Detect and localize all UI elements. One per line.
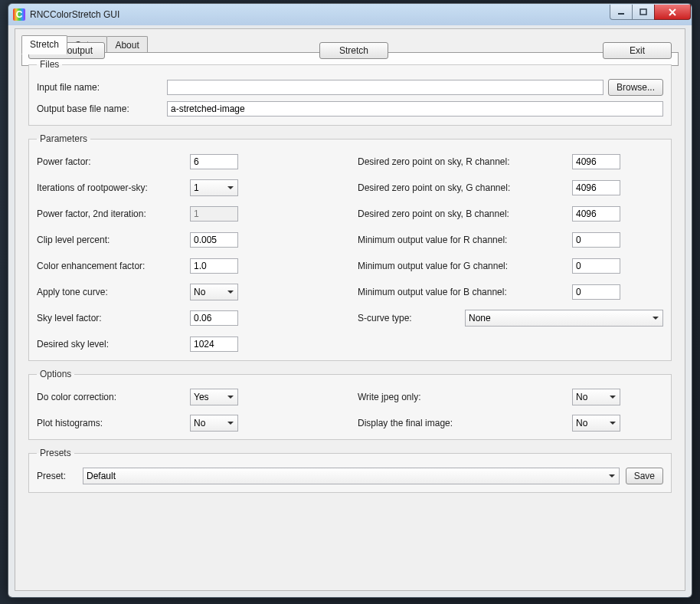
browse-button[interactable]: Browse... — [608, 79, 663, 96]
exit-button[interactable]: Exit — [603, 42, 672, 59]
min-g-field[interactable] — [572, 258, 620, 274]
minimize-icon — [617, 8, 625, 16]
app-icon: C — [13, 8, 25, 21]
input-file-label: Input file name: — [37, 82, 167, 93]
zero-g-field[interactable] — [572, 180, 620, 195]
min-g-label: Minimum output value for G channel: — [358, 261, 572, 271]
min-b-field[interactable] — [572, 284, 620, 300]
display-label: Display the final image: — [358, 418, 572, 428]
power-factor-field[interactable] — [190, 154, 238, 169]
color-enh-label: Color enhancement factor: — [37, 261, 190, 271]
close-button[interactable] — [654, 5, 691, 20]
zero-r-field[interactable] — [572, 154, 620, 169]
output-file-field[interactable] — [167, 101, 663, 117]
tab-container: Stretch Setup About Files Input file nam… — [15, 29, 685, 54]
clip-level-label: Clip level percent: — [37, 235, 190, 245]
group-files-legend: Files — [37, 59, 62, 70]
zero-b-field[interactable] — [572, 206, 620, 222]
color-corr-select[interactable]: Yes — [190, 389, 238, 405]
histograms-label: Plot histograms: — [37, 418, 190, 428]
close-icon — [668, 8, 677, 16]
svg-rect-1 — [640, 9, 646, 15]
display-select[interactable]: No — [572, 415, 620, 432]
preset-select[interactable]: Default — [83, 468, 620, 484]
zero-b-label: Desired zero point on sky, B channel: — [358, 208, 572, 219]
power-factor2-label: Power factor, 2nd iteration: — [37, 208, 190, 219]
svg-rect-0 — [618, 13, 624, 15]
clip-level-field[interactable] — [190, 232, 238, 248]
stretch-button[interactable]: Stretch — [319, 42, 388, 59]
color-enh-field[interactable] — [190, 258, 238, 274]
zero-r-label: Desired zero point on sky, R channel: — [358, 156, 572, 167]
output-file-label: Output base file name: — [37, 103, 167, 114]
iterations-select[interactable]: 1 — [190, 179, 238, 196]
titlebar[interactable]: C RNCColorStretch GUI — [8, 4, 692, 25]
zero-g-label: Desired zero point on sky, G channel: — [358, 182, 572, 193]
sky-factor-label: Sky level factor: — [37, 313, 190, 323]
window-title: RNCColorStretch GUI — [30, 9, 119, 20]
tabpage-stretch: Files Input file name: Browse... Output … — [21, 52, 679, 66]
scurve-select[interactable]: None — [465, 310, 663, 327]
minimize-button[interactable] — [610, 5, 633, 20]
jpeg-label: Write jpeg only: — [358, 392, 572, 402]
histograms-select[interactable]: No — [190, 415, 238, 432]
min-b-label: Minimum output value for B channel: — [358, 287, 572, 297]
group-options: Options Do color correction: Yes Plot hi… — [28, 369, 672, 440]
sky-factor-field[interactable] — [190, 310, 238, 326]
desired-sky-field[interactable] — [190, 336, 238, 352]
group-parameters: Parameters Power factor: Iterations of r… — [28, 133, 672, 361]
input-file-field[interactable] — [167, 80, 604, 95]
app-window: C RNCColorStretch GUI Stretch Setup Abou… — [8, 3, 692, 598]
tab-stretch[interactable]: Stretch — [21, 35, 67, 54]
jpeg-select[interactable]: No — [572, 389, 620, 405]
min-r-field[interactable] — [572, 232, 620, 248]
maximize-icon — [639, 8, 647, 16]
group-presets-legend: Presets — [37, 448, 74, 458]
group-parameters-legend: Parameters — [37, 133, 90, 144]
maximize-button[interactable] — [632, 5, 655, 20]
group-files: Files Input file name: Browse... Output … — [28, 59, 672, 126]
power-factor2-field — [190, 206, 238, 222]
save-preset-button[interactable]: Save — [626, 468, 663, 484]
iterations-label: Iterations of rootpower-sky: — [37, 182, 190, 193]
group-presets: Presets Preset: Default Save — [28, 448, 672, 493]
group-options-legend: Options — [37, 369, 74, 379]
bottom-bar: Clean output Stretch Exit — [28, 42, 672, 59]
tone-curve-label: Apply tone curve: — [37, 287, 190, 297]
min-r-label: Minimum output value for R channel: — [358, 235, 572, 245]
tone-curve-select[interactable]: No — [190, 284, 238, 300]
scurve-label: S-curve type: — [358, 313, 465, 323]
preset-label: Preset: — [37, 471, 83, 481]
color-corr-label: Do color correction: — [37, 392, 190, 402]
desired-sky-label: Desired sky level: — [37, 339, 190, 350]
client-area: Stretch Setup About Files Input file nam… — [15, 28, 685, 591]
power-factor-label: Power factor: — [37, 156, 190, 167]
